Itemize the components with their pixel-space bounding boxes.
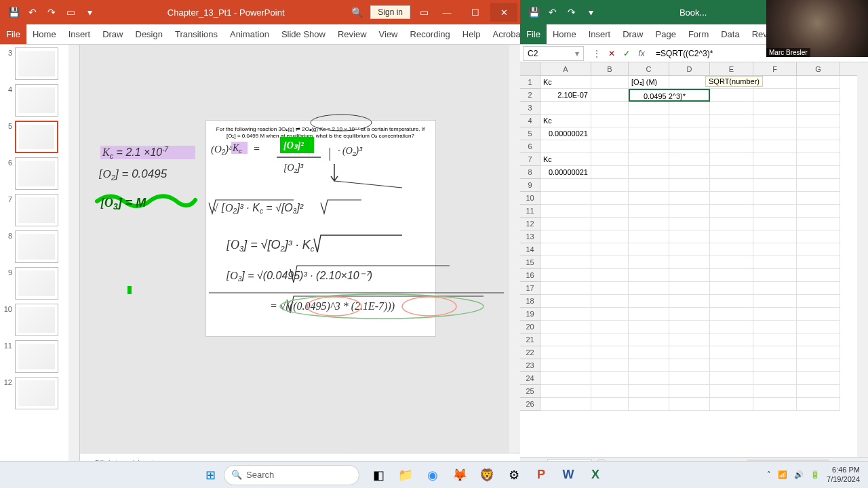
xl-grid[interactable]: ABCDEFG 1Kc[O₂] (M)22.10E-070.04950.0495… [520, 62, 868, 457]
cell-C13[interactable] [629, 230, 669, 243]
cell-G16[interactable] [797, 269, 840, 282]
cell-C11[interactable] [629, 205, 669, 218]
row-header-4[interactable]: 4 [520, 115, 540, 127]
cell-A7[interactable]: Kc [540, 153, 591, 166]
cell-B10[interactable] [591, 192, 629, 205]
cell-F6[interactable] [753, 140, 797, 153]
cell-C1[interactable]: [O₂] (M) [629, 76, 669, 89]
ppt-tab-help[interactable]: Help [456, 24, 487, 44]
tray-chevron-icon[interactable]: ˄ [767, 470, 771, 479]
cell-D7[interactable] [669, 153, 710, 166]
cell-E10[interactable] [710, 192, 753, 205]
cell-C17[interactable] [629, 282, 669, 295]
cell-F5[interactable] [753, 127, 797, 140]
cell-A23[interactable] [540, 359, 591, 372]
cell-E24[interactable] [710, 372, 753, 385]
slide-canvas[interactable]: For the following reaction 3O₂(g) ⇌ 2O₃(… [80, 45, 520, 453]
cell-C10[interactable] [629, 192, 669, 205]
cell-E5[interactable] [710, 127, 753, 140]
cell-E12[interactable] [710, 218, 753, 230]
row-header-6[interactable]: 6 [520, 140, 540, 153]
cell-G5[interactable] [797, 127, 840, 140]
row-header-20[interactable]: 20 [520, 321, 540, 333]
cell-D15[interactable] [669, 256, 710, 269]
ppt-tab-review[interactable]: Review [332, 24, 373, 44]
row-header-9[interactable]: 9 [520, 179, 540, 192]
cell-A26[interactable] [540, 398, 591, 411]
search-icon[interactable]: 🔍 [349, 4, 365, 20]
xl-tab-insert[interactable]: Insert [583, 24, 617, 44]
cell-E19[interactable] [710, 308, 753, 321]
row-header-24[interactable]: 24 [520, 372, 540, 385]
cell-B4[interactable] [591, 115, 629, 127]
tray-battery-icon[interactable]: 🔋 [810, 470, 820, 479]
cell-C25[interactable] [629, 385, 669, 398]
cell-E13[interactable] [710, 230, 753, 243]
row-header-11[interactable]: 11 [520, 205, 540, 218]
cell-E18[interactable] [710, 295, 753, 308]
cell-F16[interactable] [753, 269, 797, 282]
row-header-3[interactable]: 3 [520, 102, 540, 115]
xl-tab-data[interactable]: Data [715, 24, 745, 44]
explorer-icon[interactable]: 📁 [393, 463, 418, 487]
cell-E22[interactable] [710, 346, 753, 359]
thumbnail-scrollbar[interactable] [68, 45, 79, 488]
cell-C22[interactable] [629, 346, 669, 359]
slide-thumbnail-11[interactable] [15, 340, 58, 373]
col-header-F[interactable]: F [753, 62, 797, 75]
col-header-A[interactable]: A [540, 62, 591, 75]
slide-thumbnail-12[interactable] [15, 377, 58, 409]
ppt-tab-home[interactable]: Home [26, 24, 62, 44]
cell-F22[interactable] [753, 346, 797, 359]
cell-B5[interactable] [591, 127, 629, 140]
row-header-10[interactable]: 10 [520, 192, 540, 205]
slide-thumbnail-8[interactable] [15, 230, 58, 263]
cell-B24[interactable] [591, 372, 629, 385]
cell-B23[interactable] [591, 359, 629, 372]
save-icon[interactable]: 💾 [5, 4, 22, 20]
cell-A24[interactable] [540, 372, 591, 385]
cell-G17[interactable] [797, 282, 840, 295]
row-header-25[interactable]: 25 [520, 385, 540, 398]
row-header-26[interactable]: 26 [520, 398, 540, 411]
cell-F12[interactable] [753, 218, 797, 230]
slide-thumbnail-4[interactable] [15, 84, 58, 117]
cell-F14[interactable] [753, 243, 797, 256]
cell-G1[interactable] [797, 76, 840, 89]
cell-A4[interactable]: Kc [540, 115, 591, 127]
cell-C9[interactable] [629, 179, 669, 192]
cell-F26[interactable] [753, 398, 797, 411]
row-header-16[interactable]: 16 [520, 269, 540, 282]
slide-scrollbar[interactable] [509, 45, 520, 453]
cell-D6[interactable] [669, 140, 710, 153]
cell-F3[interactable] [753, 102, 797, 115]
cell-F4[interactable] [753, 115, 797, 127]
cell-G26[interactable] [797, 398, 840, 411]
taskbar-search[interactable]: 🔍 Search [224, 465, 359, 485]
cell-E17[interactable] [710, 282, 753, 295]
cancel-icon[interactable]: ✕ [606, 47, 618, 60]
cell-A17[interactable] [540, 282, 591, 295]
cell-F19[interactable] [753, 308, 797, 321]
cell-G10[interactable] [797, 192, 840, 205]
cell-A18[interactable] [540, 295, 591, 308]
word-taskbar-icon[interactable]: W [556, 463, 580, 487]
slide-thumbnail-6[interactable] [15, 157, 58, 190]
cell-F18[interactable] [753, 295, 797, 308]
cell-A11[interactable] [540, 205, 591, 218]
ppt-tab-animation[interactable]: Animation [224, 24, 275, 44]
cell-C20[interactable] [629, 321, 669, 333]
cell-B14[interactable] [591, 243, 629, 256]
col-header-G[interactable]: G [797, 62, 840, 75]
row-header-14[interactable]: 14 [520, 243, 540, 256]
firefox-icon[interactable]: 🦊 [448, 463, 472, 487]
select-all-corner[interactable] [520, 62, 540, 75]
cell-F11[interactable] [753, 205, 797, 218]
cell-C18[interactable] [629, 295, 669, 308]
xl-tab-draw[interactable]: Draw [616, 24, 649, 44]
xl-qat-more-icon[interactable]: ▾ [583, 4, 599, 20]
cell-G15[interactable] [797, 256, 840, 269]
cell-A25[interactable] [540, 385, 591, 398]
cell-G2[interactable] [797, 89, 840, 102]
cell-G14[interactable] [797, 243, 840, 256]
